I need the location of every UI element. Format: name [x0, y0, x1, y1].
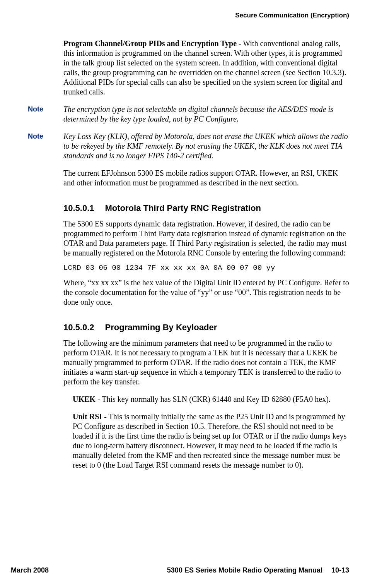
- note-label: Note: [28, 105, 63, 124]
- document-page: Secure Communication (Encryption) Progra…: [0, 0, 377, 588]
- footer-manual-page: 5300 ES Series Mobile Radio Operating Ma…: [167, 566, 349, 574]
- note-block: Note Key Loss Key (KLK), offered by Moto…: [63, 132, 349, 161]
- paragraph: The 5300 ES supports dynamic data regist…: [63, 219, 349, 258]
- paragraph: The following are the minimum parameters…: [63, 338, 349, 387]
- definition-item: UKEK - This key normally has SLN (CKR) 6…: [73, 394, 349, 404]
- note-block: Note The encryption type is not selectab…: [63, 105, 349, 124]
- definition-body: - This is normally initially the same as…: [73, 412, 346, 469]
- code-command: LCRD 03 06 00 1234 7F xx xx xx 0A 0A 00 …: [63, 264, 349, 272]
- definition-body: - This key normally has SLN (CKR) 61440 …: [96, 395, 331, 403]
- header-section-title: Secure Communication (Encryption): [235, 12, 349, 19]
- note-label: Note: [28, 132, 63, 161]
- paragraph: The current EFJohnson 5300 ES mobile rad…: [63, 168, 349, 188]
- heading-number: 10.5.0.2: [63, 322, 94, 332]
- term-heading: Program Channel/Group PIDs and Encryptio…: [63, 39, 237, 48]
- note-text: The encryption type is not selectable on…: [63, 105, 349, 124]
- note-text: Key Loss Key (KLK), offered by Motorola,…: [63, 132, 349, 161]
- definition-term: UKEK: [73, 395, 96, 403]
- main-content: Program Channel/Group PIDs and Encryptio…: [63, 39, 349, 470]
- paragraph: Program Channel/Group PIDs and Encryptio…: [63, 39, 349, 97]
- heading-title: Programming By Keyloader: [105, 322, 217, 332]
- definition-item: Unit RSI - This is normally initially th…: [73, 412, 349, 470]
- heading-title: Motorola Third Party RNC Registration: [105, 203, 261, 213]
- page-header: Secure Communication (Encryption): [28, 12, 349, 19]
- paragraph: Where, “xx xx xx” is the hex value of th…: [63, 278, 349, 307]
- page-footer: March 2008 5300 ES Series Mobile Radio O…: [11, 566, 349, 574]
- term-body: - With conventional analog calls, this i…: [63, 39, 346, 96]
- heading-number: 10.5.0.1: [63, 203, 94, 213]
- definition-term: Unit RSI: [73, 412, 102, 421]
- section-heading: 10.5.0.1Motorola Third Party RNC Registr…: [63, 203, 349, 213]
- section-heading: 10.5.0.2Programming By Keyloader: [63, 322, 349, 333]
- footer-date: March 2008: [11, 566, 49, 574]
